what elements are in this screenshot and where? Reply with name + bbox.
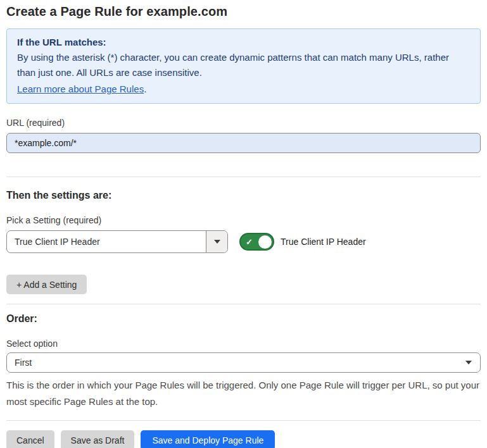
section-divider: [6, 177, 481, 177]
info-box-heading: If the URL matches:: [17, 35, 470, 50]
save-deploy-button[interactable]: Save and Deploy Page Rule: [141, 430, 275, 448]
cancel-button[interactable]: Cancel: [6, 430, 54, 448]
setting-row: True Client IP Header ✓ True Client IP H…: [6, 230, 481, 253]
section-divider: [6, 304, 481, 304]
order-select-arrow: [465, 361, 480, 364]
setting-toggle-label: True Client IP Header: [281, 237, 366, 247]
footer-actions: Cancel Save as Draft Save and Deploy Pag…: [6, 430, 481, 448]
pick-setting-label: Pick a Setting (required): [6, 215, 481, 225]
setting-select-arrow-button[interactable]: [206, 231, 227, 252]
order-section-heading: Order:: [6, 313, 481, 325]
section-divider: [6, 420, 481, 421]
order-select-label: Select option: [6, 339, 481, 349]
page-title: Create a Page Rule for example.com: [6, 4, 481, 19]
url-match-info-box: If the URL matches: By using the asteris…: [6, 28, 481, 104]
order-select[interactable]: First: [6, 352, 481, 373]
learn-more-link[interactable]: Learn more about Page Rules: [17, 84, 144, 94]
setting-select[interactable]: True Client IP Header: [6, 230, 228, 253]
setting-toggle[interactable]: ✓: [239, 233, 274, 251]
create-page-rule-form: Create a Page Rule for example.com If th…: [0, 0, 487, 448]
link-period-text: .: [144, 84, 146, 94]
order-help-text: This is the order in which your Page Rul…: [6, 377, 481, 410]
chevron-down-icon: [214, 240, 220, 244]
settings-section-heading: Then the settings are:: [6, 190, 481, 201]
chevron-down-icon: [465, 361, 472, 364]
check-icon: ✓: [246, 238, 253, 246]
info-box-body: By using the asterisk (*) character, you…: [17, 50, 470, 80]
add-setting-button[interactable]: + Add a Setting: [6, 275, 87, 294]
url-field-label: URL (required): [6, 118, 481, 128]
url-input[interactable]: [6, 133, 481, 153]
toggle-knob: [258, 235, 272, 249]
setting-select-value: True Client IP Header: [7, 237, 206, 247]
info-box-link-line: Learn more about Page Rules.: [17, 82, 470, 97]
order-select-value: First: [7, 358, 465, 368]
save-draft-button[interactable]: Save as Draft: [61, 430, 135, 448]
